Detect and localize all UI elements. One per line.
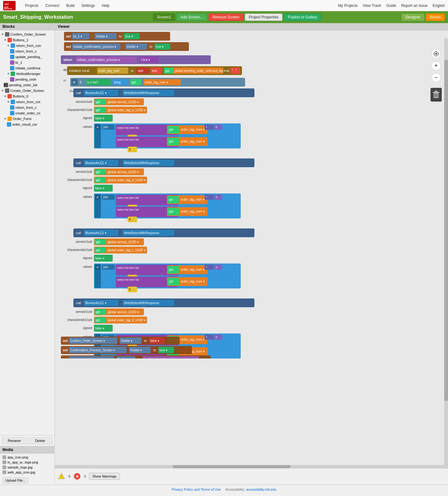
button-icon: [7, 38, 12, 42]
trash-button[interactable]: [431, 88, 442, 102]
privacy-link[interactable]: Privacy Policy and Terms of Use: [172, 488, 221, 491]
svg-text:get: get: [96, 310, 100, 314]
rename-button[interactable]: Rename: [2, 437, 27, 444]
svg-text:false ▾: false ▾: [150, 339, 159, 343]
screen-selector[interactable]: Screen1: [153, 13, 175, 21]
svg-text:0: 0: [216, 196, 217, 199]
tree-item-br1[interactable]: br_1: [0, 60, 54, 65]
viewer-header: Viewer: [55, 23, 448, 30]
zoom-out-icon: −: [435, 75, 438, 80]
svg-text:0: 0: [216, 336, 217, 339]
svg-text:select list item  list: select list item list: [117, 278, 139, 281]
tree-item-buttons-1[interactable]: ▼ Buttons_1: [0, 37, 54, 43]
nav-my-projects[interactable]: My Projects: [338, 3, 358, 8]
scrollbar-thumb-h[interactable]: [173, 465, 291, 468]
scrollbar-thumb-v[interactable]: [444, 60, 448, 401]
accessibility-link[interactable]: accessibility.mit.edu: [246, 488, 276, 491]
svg-text:to: to: [144, 339, 147, 343]
tree-item-update-pending[interactable]: update_pending_: [0, 54, 54, 60]
tree-toggle[interactable]: ▼: [4, 38, 7, 42]
svg-text:set: set: [63, 358, 68, 358]
svg-text:to: to: [150, 45, 152, 48]
svg-text:is a list?: is a list?: [87, 81, 99, 84]
recenter-button[interactable]: [431, 49, 441, 58]
svg-text:values: values: [83, 125, 92, 128]
tree-toggle[interactable]: ▼: [4, 117, 7, 120]
nav-help[interactable]: Help: [99, 2, 113, 10]
nav-language[interactable]: English: [433, 3, 445, 8]
svg-point-319: [435, 53, 437, 55]
zoom-in-button[interactable]: +: [431, 61, 441, 70]
tree-item-create-order-co[interactable]: create_order_co: [0, 110, 54, 116]
svg-text:.: .: [120, 91, 121, 95]
tree-item-order-form[interactable]: ▼ Order_Form: [0, 116, 54, 122]
show-warnings-button[interactable]: Show Warnings: [89, 473, 120, 480]
tree-label: Create_Order_Screen: [10, 89, 44, 93]
delete-button[interactable]: Delete: [28, 437, 52, 444]
nav-view-trash[interactable]: View Trash: [363, 3, 381, 8]
tree-item-initiate-confirma[interactable]: initiate_confirma: [0, 65, 54, 71]
media-item-in-app-logo[interactable]: in_app_w...logo.png: [2, 460, 52, 465]
tree-toggle[interactable]: ▼: [4, 95, 7, 98]
tree-item-confirm-order-screen[interactable]: ▼ Confirm_Order_Screen: [0, 32, 54, 37]
project-properties-button[interactable]: Project Properties: [245, 13, 283, 21]
svg-text:get: get: [96, 100, 100, 104]
tree-label: pending_orde: [15, 78, 36, 81]
tree-item-return-from-c[interactable]: return_from_c: [0, 48, 54, 54]
svg-text:select list item  list: select list item list: [117, 266, 139, 269]
svg-text:characteristicUuid: characteristicUuid: [67, 108, 92, 112]
media-file-icon: [2, 460, 6, 464]
image-icon: [10, 55, 14, 59]
nav-projects[interactable]: Projects: [22, 2, 42, 10]
svg-text:initialize local: initialize local: [69, 69, 89, 73]
designer-button[interactable]: Designer: [401, 13, 425, 21]
nav-guide[interactable]: Guide: [386, 3, 396, 8]
upload-file-button[interactable]: Upload File...: [2, 477, 28, 483]
blocks-canvas[interactable]: set br_1 ▾ · Visible ▾ to true ▾ set ini…: [55, 30, 448, 484]
add-screen-button[interactable]: Add Screen...: [176, 13, 207, 21]
main-content: Blocks ▼ Confirm_Order_Screen ▼ Buttons_…: [0, 23, 448, 485]
svg-text:6: 6: [129, 288, 131, 291]
tree-item-return-from-con[interactable]: ▼ return_from_con: [0, 43, 54, 48]
nav-connect[interactable]: Connect: [42, 2, 62, 10]
nav-settings[interactable]: Settings: [78, 2, 98, 10]
media-item-sample-logo[interactable]: sample_logo.jpg: [2, 465, 52, 470]
tree-item-create-order-screen[interactable]: ▼ Create_Order_Screen: [0, 88, 54, 93]
tree-item-return-from-c2[interactable]: return_from_c: [0, 105, 54, 110]
svg-text:get: get: [96, 240, 100, 244]
svg-text:serviceUuid: serviceUuid: [76, 310, 92, 313]
tree-item-pending-order-list[interactable]: ≡ pending_order_list: [0, 82, 54, 88]
tree-toggle[interactable]: ▼: [7, 100, 10, 103]
tree-toggle[interactable]: ▼: [1, 89, 4, 92]
svg-text:⚙: ⚙: [96, 196, 99, 199]
svg-text:global service_UUID ▾: global service_UUID ▾: [108, 240, 139, 244]
zoom-out-button[interactable]: −: [431, 73, 441, 82]
tree-item-return-from-cre[interactable]: ▼ return_from_cre: [0, 99, 54, 105]
svg-text:BluetoothLE1 ▾: BluetoothLE1 ▾: [85, 161, 106, 165]
svg-text:true ▾: true ▾: [156, 45, 164, 48]
svg-text:INVENTOR: INVENTOR: [4, 8, 12, 10]
tree-item-order-result-cor[interactable]: order_result_cor: [0, 122, 54, 127]
vertical-scrollbar[interactable]: [444, 38, 448, 465]
media-item-web-app-icon[interactable]: web_app_icon.jpg: [2, 470, 52, 475]
tree-item-vertical-arranger[interactable]: ▼ VerticalArranger: [0, 71, 54, 77]
tree-toggle[interactable]: ▼: [1, 33, 4, 36]
warning-icon-2: ✕: [73, 473, 81, 480]
remove-screen-button[interactable]: Remove Screen: [209, 13, 244, 21]
svg-text:WriteBytesWithResponse: WriteBytesWithResponse: [124, 91, 160, 95]
svg-text:BluetoothLE1 ▾: BluetoothLE1 ▾: [85, 231, 106, 235]
media-item-app-icon[interactable]: app_icon.png: [2, 455, 52, 460]
warning-count-2: 0: [84, 474, 86, 478]
nav-build[interactable]: Build: [63, 2, 78, 10]
tree-item-buttons-0[interactable]: ▼ Buttons_0: [0, 93, 54, 99]
tree-item-pending-orde[interactable]: pending_orde: [0, 77, 54, 82]
svg-text:signed: signed: [83, 186, 92, 190]
svg-text:+: +: [206, 266, 207, 269]
publish-to-gallery-button[interactable]: Publish to Gallery: [284, 13, 321, 21]
tree-toggle[interactable]: ▼: [7, 44, 10, 47]
tree-toggle[interactable]: ▼: [7, 72, 10, 75]
nav-report-issue[interactable]: Report an Issue: [401, 3, 428, 8]
blocks-button[interactable]: Blocks: [426, 13, 445, 21]
svg-text:to: to: [131, 69, 134, 73]
horizontal-scrollbar[interactable]: [55, 465, 448, 468]
